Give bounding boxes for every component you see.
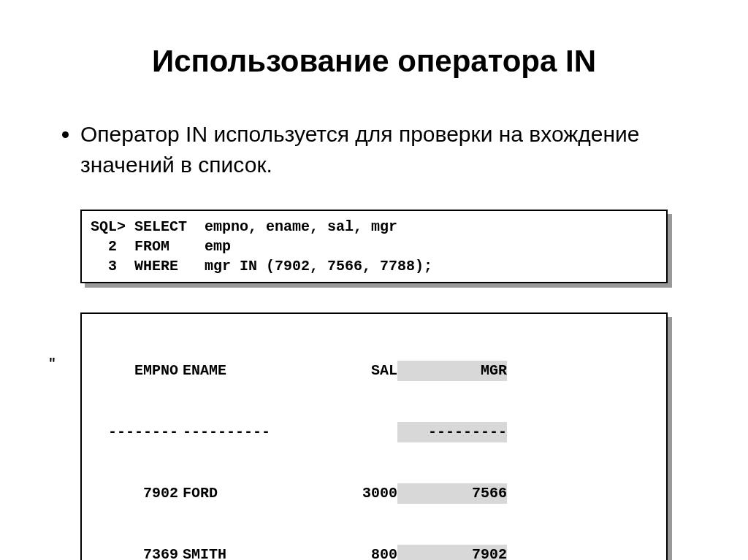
col-ename-header: ENAME [178,361,280,381]
cell-mgr: 7902 [397,545,507,560]
sql-line3-keyword: 3 WHERE [91,258,178,275]
sql-query-panel: SQL> SELECT empno, ename, sal, mgr 2 FRO… [80,210,668,283]
sql-line2-rest: emp [205,238,231,255]
cell-empno: 7369 [91,545,178,560]
description-list: Оператор IN используется для проверки на… [51,119,697,180]
sql-result-panel: EMPNOENAMESALMGR -----------------------… [80,312,668,560]
sql-line1-keyword: SQL> SELECT [91,218,187,235]
page-title: Использование оператора IN [51,44,697,79]
cell-ename: SMITH [178,545,280,560]
sql-line2-keyword: 2 FROM [91,238,169,255]
slide: Использование оператора IN Оператор IN и… [0,0,748,560]
col-mgr-header: MGR [397,361,507,381]
col-sal-header: SAL [280,361,397,381]
cell-mgr: 7566 [397,483,507,504]
table-row: 7902FORD30007566 [82,483,666,504]
div-empno: -------- [91,422,178,442]
stray-mark: " [48,356,56,371]
cell-ename: FORD [178,483,280,504]
description-item: Оператор IN используется для проверки на… [80,119,697,180]
cell-sal: 800 [280,545,397,560]
sql-line1-rest: empno, ename, sal, mgr [205,218,397,235]
cell-empno: 7902 [91,483,178,504]
div-ename: ---------- [178,422,280,442]
result-divider: --------------------------- [82,422,666,442]
result-header: EMPNOENAMESALMGR [82,361,666,381]
cell-sal: 3000 [280,483,397,504]
sql-line3-rest: mgr IN (7902, 7566, 7788); [205,258,432,275]
div-mgr: --------- [397,422,507,442]
col-empno-header: EMPNO [91,361,178,381]
table-row: 7369SMITH8007902 [82,545,666,560]
